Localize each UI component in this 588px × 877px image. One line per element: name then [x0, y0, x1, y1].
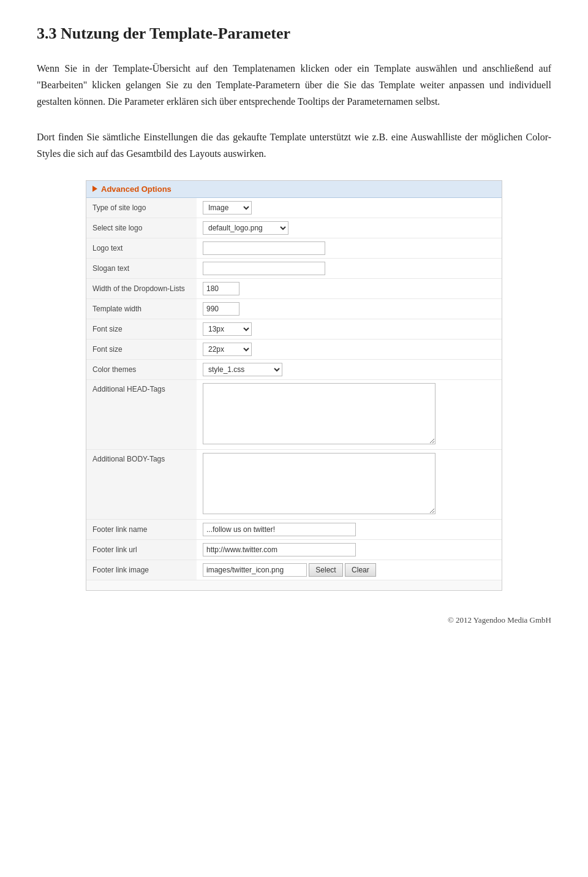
params-table: Type of site logo Image Select site logo… — [86, 198, 502, 580]
slogan-text-input[interactable] — [203, 262, 325, 275]
additional-body-tags-textarea[interactable] — [203, 453, 435, 514]
table-row: Width of the Dropdown-Lists — [86, 278, 502, 298]
clear-button[interactable]: Clear — [345, 563, 376, 577]
collapse-triangle-icon — [92, 186, 97, 192]
table-row: Logo text — [86, 238, 502, 258]
param-label: Width of the Dropdown-Lists — [86, 278, 197, 298]
table-row: Type of site logo Image — [86, 198, 502, 218]
param-value — [197, 539, 502, 560]
copyright-text: © 2012 Yagendoo Media GmbH — [448, 615, 551, 625]
paragraph-1: Wenn Sie in der Template-Übersicht auf d… — [37, 60, 551, 110]
table-row: Additional HEAD-Tags — [86, 379, 502, 449]
type-of-site-logo-select[interactable]: Image — [203, 201, 252, 215]
param-value — [197, 238, 502, 258]
param-label: Logo text — [86, 238, 197, 258]
param-label: Slogan text — [86, 258, 197, 278]
table-row: Footer link image Select Clear — [86, 560, 502, 580]
param-label: Type of site logo — [86, 198, 197, 218]
template-width-input[interactable] — [203, 302, 239, 316]
param-value — [197, 449, 502, 519]
param-value: default_logo.png — [197, 218, 502, 238]
param-value — [197, 258, 502, 278]
select-site-logo-select[interactable]: default_logo.png — [203, 221, 288, 235]
param-value: Select Clear — [197, 560, 502, 580]
param-value — [197, 278, 502, 298]
advanced-options-label: Advanced Options — [101, 184, 172, 194]
color-themes-select[interactable]: style_1.css — [203, 363, 282, 376]
table-row: Slogan text — [86, 258, 502, 278]
table-row: Font size 22px — [86, 339, 502, 359]
param-value: style_1.css — [197, 359, 502, 379]
param-label: Font size — [86, 319, 197, 339]
param-label: Color themes — [86, 359, 197, 379]
param-value: Image — [197, 198, 502, 218]
footer-link-name-input[interactable] — [203, 523, 356, 536]
param-label: Footer link image — [86, 560, 197, 580]
param-label: Select site logo — [86, 218, 197, 238]
logo-text-input[interactable] — [203, 241, 325, 255]
param-label: Template width — [86, 298, 197, 319]
param-label: Footer link name — [86, 519, 197, 539]
table-row: Select site logo default_logo.png — [86, 218, 502, 238]
footer: © 2012 Yagendoo Media GmbH — [37, 615, 551, 625]
param-label: Footer link url — [86, 539, 197, 560]
table-row: Font size 13px — [86, 319, 502, 339]
page-heading: 3.3 Nutzung der Template-Parameter — [37, 25, 551, 43]
param-label: Font size — [86, 339, 197, 359]
table-row: Footer link url — [86, 539, 502, 560]
font-size-1-select[interactable]: 13px — [203, 322, 252, 336]
param-value — [197, 298, 502, 319]
param-value: 22px — [197, 339, 502, 359]
table-row: Template width — [86, 298, 502, 319]
dropdown-width-input[interactable] — [203, 282, 239, 295]
table-row: Footer link name — [86, 519, 502, 539]
param-value — [197, 519, 502, 539]
paragraph-2: Dort finden Sie sämtliche Einstellungen … — [37, 129, 551, 162]
select-button[interactable]: Select — [309, 563, 342, 577]
param-label: Additional BODY-Tags — [86, 449, 197, 519]
screenshot-container: Advanced Options Type of site logo Image… — [86, 180, 502, 591]
footer-link-image-input[interactable] — [203, 563, 307, 577]
advanced-options-header: Advanced Options — [86, 181, 502, 198]
param-value — [197, 379, 502, 449]
table-row: Additional BODY-Tags — [86, 449, 502, 519]
additional-head-tags-textarea[interactable] — [203, 383, 435, 444]
footer-link-url-input[interactable] — [203, 543, 356, 556]
param-label: Additional HEAD-Tags — [86, 379, 197, 449]
param-value: 13px — [197, 319, 502, 339]
table-row: Color themes style_1.css — [86, 359, 502, 379]
font-size-2-select[interactable]: 22px — [203, 343, 252, 356]
